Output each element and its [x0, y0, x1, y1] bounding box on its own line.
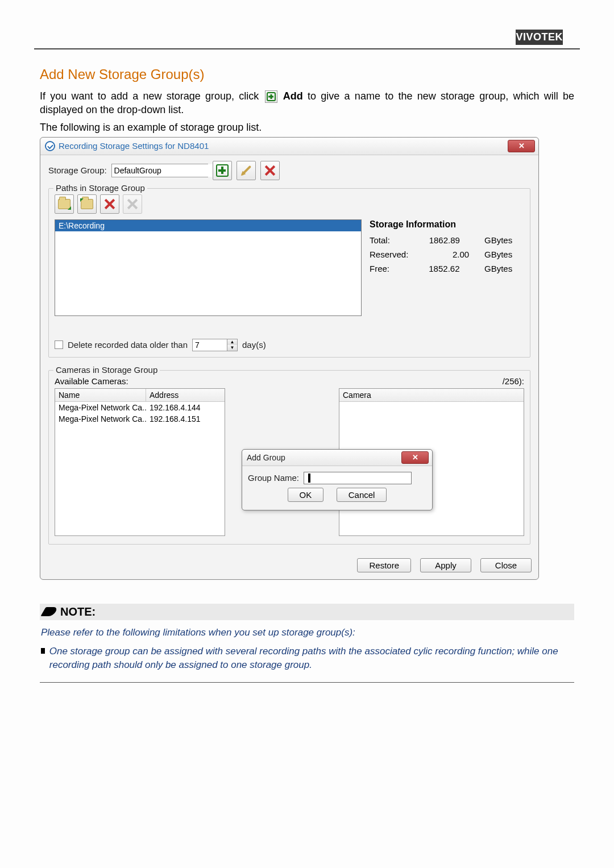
- section-title: Add New Storage Group(s): [40, 67, 574, 82]
- text-cursor: [308, 474, 310, 483]
- delete-old-checkbox[interactable]: [55, 340, 63, 349]
- storage-group-label: Storage Group:: [48, 165, 107, 175]
- remove-path-button[interactable]: [100, 194, 119, 214]
- available-cameras-table[interactable]: Name Address Mega-Pixel Network Ca... 19…: [55, 388, 225, 536]
- restore-button[interactable]: Restore: [357, 558, 411, 572]
- storage-group-input[interactable]: [112, 164, 216, 177]
- note-heading: NOTE:: [60, 605, 96, 618]
- plus-icon: [216, 164, 229, 177]
- selected-count-suffix: /256):: [339, 376, 524, 386]
- note-pen-icon: [40, 607, 58, 616]
- apply-button[interactable]: Apply: [420, 558, 471, 572]
- path-item-selected[interactable]: E:\Recording: [55, 220, 361, 231]
- intro-paragraph: If you want to add a new storage group, …: [40, 89, 574, 117]
- paths-list[interactable]: E:\Recording: [55, 219, 362, 316]
- cameras-legend: Cameras in Storage Group: [53, 365, 160, 375]
- note-line-1: Please refer to the following limitation…: [41, 626, 573, 639]
- col-address: Address: [146, 389, 225, 401]
- example-line: The following is an example of storage g…: [40, 122, 574, 134]
- table-row[interactable]: Mega-Pixel Network Ca... 192.168.4.144: [55, 402, 225, 413]
- spin-down-icon[interactable]: ▼: [227, 345, 237, 351]
- delete-days-unit: day(s): [242, 340, 266, 350]
- bullet-square-icon: [41, 648, 45, 654]
- window-close-button[interactable]: ✕: [508, 140, 535, 152]
- folder-up-icon: [81, 199, 93, 209]
- note-bullet-1: One storage group can be assigned with s…: [49, 645, 573, 672]
- storage-group-combo[interactable]: ▼: [111, 164, 208, 177]
- delete-days-input[interactable]: [193, 339, 227, 351]
- add-group-button[interactable]: [213, 161, 232, 180]
- add-group-ok-button[interactable]: OK: [288, 488, 324, 502]
- x-icon: [103, 198, 116, 210]
- paths-fieldset: Paths in Storage Group E:\Recording: [48, 188, 530, 358]
- delete-group-button[interactable]: [260, 161, 280, 180]
- check-icon: [45, 141, 55, 151]
- col-camera: Camera: [339, 389, 375, 401]
- available-cameras-label: Available Cameras:: [55, 376, 225, 386]
- edit-group-button[interactable]: [237, 161, 256, 180]
- paths-legend: Paths in Storage Group: [53, 183, 147, 193]
- intro-add-word: Add: [283, 90, 303, 102]
- intro-before: If you want to add a new storage group, …: [40, 90, 264, 102]
- add-group-dialog: Add Group ✕ Group Name: OK Cancel: [242, 449, 433, 510]
- add-path-button[interactable]: [55, 194, 74, 214]
- update-path-button[interactable]: [77, 194, 97, 214]
- close-button[interactable]: Close: [480, 558, 532, 572]
- add-group-cancel-button[interactable]: Cancel: [337, 488, 387, 502]
- delete-days-spinner[interactable]: ▲ ▼: [192, 339, 238, 351]
- clear-paths-button[interactable]: [123, 194, 142, 214]
- storage-info-total: Total: 1862.89 GBytes: [370, 235, 521, 245]
- folder-add-icon: [58, 199, 70, 209]
- recording-storage-dialog: Recording Storage Settings for ND8401 ✕ …: [40, 137, 539, 580]
- storage-info-title: Storage Information: [370, 219, 521, 230]
- dialog-title: Recording Storage Settings for ND8401: [59, 141, 209, 151]
- spin-up-icon[interactable]: ▲: [227, 339, 237, 345]
- add-group-title: Add Group: [247, 453, 285, 462]
- group-name-label: Group Name:: [248, 473, 299, 483]
- storage-info-reserved: Reserved: 2.00 GBytes: [370, 250, 521, 259]
- add-icon: [265, 90, 277, 103]
- pencil-icon: [240, 165, 251, 175]
- x-icon: [264, 164, 276, 177]
- dialog-titlebar: Recording Storage Settings for ND8401 ✕: [40, 138, 538, 155]
- x-disabled-icon: [126, 198, 139, 210]
- col-name: Name: [55, 389, 146, 401]
- group-name-input[interactable]: [304, 472, 412, 484]
- brand-label: VIVOTEK: [516, 30, 563, 45]
- note-box: NOTE: Please refer to the following limi…: [40, 604, 574, 683]
- delete-old-label: Delete recorded data older than: [68, 340, 188, 350]
- add-group-close-button[interactable]: ✕: [401, 451, 429, 464]
- table-row[interactable]: Mega-Pixel Network Ca... 192.168.4.151: [55, 413, 225, 425]
- storage-info-free: Free: 1852.62 GBytes: [370, 264, 521, 273]
- storage-information: Storage Information Total: 1862.89 GByte…: [366, 219, 524, 316]
